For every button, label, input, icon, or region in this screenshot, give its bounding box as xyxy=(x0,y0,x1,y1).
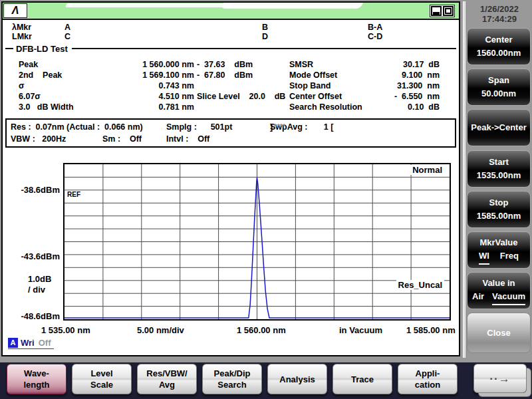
fkey-peak-dip-search[interactable]: Peak/Dip Search xyxy=(202,364,262,394)
softkey-value-in[interactable]: Value in AirVacuum xyxy=(467,272,531,309)
softkey-start-value: 1535.00nm xyxy=(477,169,521,182)
fkey-more-arrow[interactable]: ··→ xyxy=(473,364,527,393)
res-uncal-label: Res_Uncal xyxy=(396,280,444,290)
section-header: DFB-LD Test xyxy=(5,44,456,53)
date-label: 1/26/2022 xyxy=(469,4,529,14)
center-offset-label: Center Offset xyxy=(289,92,342,101)
fkey-peak-dip-search-label-1: Peak/Dip xyxy=(214,368,251,379)
y-axis-bottom-label: -48.6dBm xyxy=(5,311,60,321)
x-axis-stop-label: 1 585.00 nm xyxy=(406,325,456,335)
db-width-label: 3.0 dB Width xyxy=(19,102,74,112)
softkey-value-in-label: Value in xyxy=(482,277,515,290)
softkey-peak-to-center[interactable]: Peak->Center xyxy=(467,109,531,146)
fkey-trace[interactable]: Trace xyxy=(332,364,392,394)
mkr-value-wl-option[interactable]: Wl xyxy=(479,249,489,265)
more-arrow-icon: ··→ xyxy=(489,373,510,384)
second-peak-wavelength-value: 1 569.100 nm xyxy=(80,70,194,80)
softkey-close[interactable]: Close xyxy=(467,313,531,353)
marker-a-label: A xyxy=(65,23,70,32)
softkey-start[interactable]: Start 1535.00nm xyxy=(467,150,531,188)
smsr-value: 30.17 dB xyxy=(365,60,440,69)
smoothing-setting: Sm : Off xyxy=(102,134,142,144)
fkey-application[interactable]: Appli- cation xyxy=(398,364,458,394)
trace-write-mode-label: Wri xyxy=(21,338,35,348)
analyzer-screen-window: Λ λMkr A B B-A LMkr C D C-D DFB-LD Test … xyxy=(1,1,460,356)
marker-b-label: B xyxy=(262,23,268,32)
swpavg-stars: **** xyxy=(270,122,289,130)
softkey-value-in-options: AirVacuum xyxy=(472,290,525,305)
softkey-span-label: Span xyxy=(488,74,509,87)
spectrum-plot: REF Normal Res_Uncal xyxy=(63,163,451,321)
maximize-icon[interactable] xyxy=(443,6,454,16)
window-controls xyxy=(430,5,455,17)
smsr-label: SMSR xyxy=(289,60,313,69)
stop-band-label: Stop Band xyxy=(289,81,331,90)
anritsu-logo-icon: Λ xyxy=(3,3,27,18)
value-in-vacuum-option[interactable]: Vacuum xyxy=(492,290,525,305)
measure-mode-label: Normal xyxy=(410,165,444,175)
peak-wavelength-value: 1 560.000 nm xyxy=(80,60,194,69)
fkey-res-vbw-avg-label-1: Res/VBW/ xyxy=(146,368,187,379)
trace-legend: A Wri Off xyxy=(8,337,54,349)
six-sigma-value: 4.510 nm xyxy=(80,92,194,101)
x-axis-center-label: 1 560.00 nm xyxy=(237,325,286,335)
swpavg-bracket: ] xyxy=(270,122,273,132)
titlebar-reflection xyxy=(221,3,363,9)
mode-offset-label: Mode Offset xyxy=(289,70,337,80)
softkey-mkr-value-label: MkrValue xyxy=(479,236,517,249)
marker-d-label: D xyxy=(262,32,268,41)
softkey-start-label: Start xyxy=(489,156,509,169)
vbw-setting: VBW : 200Hz xyxy=(11,134,66,144)
softkey-stop[interactable]: Stop 1585.00nm xyxy=(467,191,531,228)
x-axis-medium-label: in Vacuum xyxy=(339,325,382,335)
fkey-wavelength[interactable]: Wave- length xyxy=(7,364,66,394)
db-width-value: 0.781 nm xyxy=(80,102,194,112)
softkey-mkr-value-options: WlFreq xyxy=(479,249,519,265)
fkey-level-scale[interactable]: Level Scale xyxy=(72,364,132,394)
fkey-res-vbw-avg[interactable]: Res/VBW/ Avg xyxy=(137,364,197,394)
slice-level-value: Slice Level 20.0 dB xyxy=(197,92,285,101)
trace-status-label: Off xyxy=(39,338,51,348)
six-sigma-label: 6.07σ xyxy=(19,92,41,101)
marker-row-wavelength: λMkr A B B-A xyxy=(3,23,459,32)
center-offset-value: - 6.550 nm xyxy=(365,92,440,101)
spectrum-trace-svg xyxy=(65,164,450,319)
section-title: DFB-LD Test xyxy=(13,44,72,54)
value-in-air-option[interactable]: Air xyxy=(472,290,484,303)
mode-offset-value: 9.100 nm xyxy=(365,70,440,80)
marker-row-level: LMkr C D C-D xyxy=(3,32,459,41)
softkey-span[interactable]: Span 50.00nm xyxy=(467,68,531,106)
fkey-wavelength-label-2: length xyxy=(24,379,50,390)
mkr-value-freq-option[interactable]: Freq xyxy=(500,249,519,263)
marker-cd-label: C-D xyxy=(368,32,382,41)
marker-ba-label: B-A xyxy=(368,23,382,32)
result-row-peak: Peak 1 560.000 nm - 37.63 dBm SMSR 30.17… xyxy=(3,60,459,70)
softkey-span-value: 50.00nm xyxy=(481,87,516,100)
panel-divider xyxy=(463,1,466,358)
result-row-6sigma: 6.07σ 4.510 nm Slice Level 20.0 dB Cente… xyxy=(3,92,459,102)
sampling-setting: Smplg : 501pt xyxy=(166,122,232,132)
softkey-stop-label: Stop xyxy=(489,196,509,209)
search-resolution-label: Search Resolution xyxy=(289,102,362,112)
result-row-2nd-peak: 2nd Peak 1 569.100 nm - 67.80 dBm Mode O… xyxy=(3,70,459,80)
fkey-application-label-2: cation xyxy=(415,379,440,390)
fkey-wavelength-label-1: Wave- xyxy=(24,368,49,379)
ref-level-label: REF xyxy=(66,191,81,198)
fkey-peak-dip-search-label-2: Search xyxy=(217,379,246,390)
x-axis-start-label: 1 535.00 nm xyxy=(41,325,90,335)
fkey-level-scale-label-1: Level xyxy=(90,368,112,379)
minimize-icon[interactable] xyxy=(431,6,442,16)
resolution-setting: Res : 0.07nm (Actual : 0.066 nm) xyxy=(11,122,143,132)
softkey-peak-to-center-label: Peak->Center xyxy=(471,121,526,134)
sigma-label: σ xyxy=(19,81,25,90)
search-resolution-value: 0.10 dB xyxy=(365,102,440,112)
titlebar-reflection xyxy=(65,3,233,7)
fkey-analysis[interactable]: Analysis xyxy=(267,364,327,394)
softkey-mkr-value[interactable]: MkrValue WlFreq xyxy=(467,231,531,269)
second-peak-power-value: - 67.80 dBm xyxy=(197,70,253,80)
datetime-display: 1/26/2022 17:44:29 xyxy=(469,4,529,24)
interval-setting: Intvl : Off xyxy=(166,134,209,144)
marker-c-label: C xyxy=(65,32,70,41)
fkey-analysis-label: Analysis xyxy=(279,374,315,385)
softkey-center[interactable]: Center 1560.00nm xyxy=(467,28,531,65)
